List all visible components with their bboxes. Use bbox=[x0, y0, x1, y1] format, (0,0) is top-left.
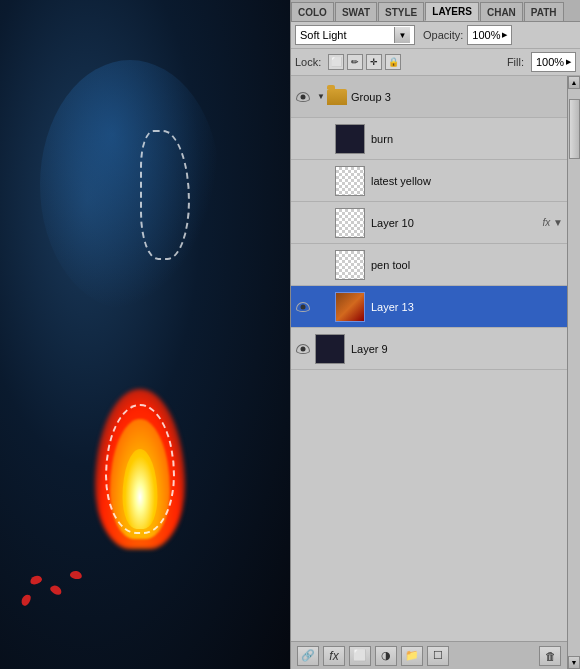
scrollbar-track bbox=[568, 89, 580, 656]
eye-group3[interactable] bbox=[295, 89, 311, 105]
fill-label: Fill: bbox=[507, 56, 524, 68]
layer-layer10[interactable]: Layer 10 fx ▼ bbox=[291, 202, 567, 244]
tab-channels[interactable]: CHAN bbox=[480, 2, 523, 21]
fill-arrow: ▶ bbox=[566, 58, 571, 66]
opacity-arrow: ▶ bbox=[502, 31, 507, 39]
petal-1 bbox=[29, 574, 43, 586]
layer-name-latest-yellow: latest yellow bbox=[371, 175, 563, 187]
folder-icon-group3 bbox=[327, 89, 347, 105]
main-container: COLO SWAT STYLE LAYERS CHAN PATH Soft Li… bbox=[0, 0, 580, 669]
new-layer-btn[interactable]: ☐ bbox=[427, 646, 449, 666]
tab-color[interactable]: COLO bbox=[291, 2, 334, 21]
thumb-layer13 bbox=[335, 292, 365, 322]
blue-glow-effect bbox=[40, 60, 220, 310]
layers-list[interactable]: ▼ Group 3 burn bbox=[291, 76, 567, 641]
petal-3 bbox=[20, 593, 33, 607]
lock-all-btn[interactable]: 🔒 bbox=[385, 54, 401, 70]
layer-name-layer10: Layer 10 bbox=[371, 217, 539, 229]
thumb-pentool-img bbox=[336, 251, 364, 279]
thumb-layer10-img bbox=[336, 209, 364, 237]
thumb-layer10 bbox=[335, 208, 365, 238]
scrollbar-thumb[interactable] bbox=[569, 99, 580, 159]
lock-image-btn[interactable]: ✏ bbox=[347, 54, 363, 70]
tab-styles[interactable]: STYLE bbox=[378, 2, 424, 21]
blend-mode-value: Soft Light bbox=[300, 29, 346, 41]
link-layers-btn[interactable]: 🔗 bbox=[297, 646, 319, 666]
eye-icon-group3 bbox=[296, 92, 310, 102]
blend-mode-row: Soft Light ▼ Opacity: 100% ▶ bbox=[291, 22, 580, 49]
eye-icon-layer9 bbox=[296, 344, 310, 354]
layer-name-layer9: Layer 9 bbox=[351, 343, 563, 355]
eye-icon-layer13 bbox=[296, 302, 310, 312]
expand-group3[interactable]: ▼ bbox=[315, 91, 327, 103]
layers-panel-body: ▼ Group 3 burn bbox=[291, 76, 580, 669]
fire-effect bbox=[80, 369, 200, 549]
lock-label: Lock: bbox=[295, 56, 321, 68]
tab-swatches[interactable]: SWAT bbox=[335, 2, 377, 21]
lock-row: Lock: ⬜ ✏ ✛ 🔒 Fill: 100% ▶ bbox=[291, 49, 580, 76]
opacity-input[interactable]: 100% ▶ bbox=[467, 25, 512, 45]
layers-panel: COLO SWAT STYLE LAYERS CHAN PATH Soft Li… bbox=[290, 0, 580, 669]
blend-mode-arrow[interactable]: ▼ bbox=[394, 27, 410, 43]
layer-pentool[interactable]: pen tool bbox=[291, 244, 567, 286]
layer-name-burn: burn bbox=[371, 133, 563, 145]
delete-layer-btn[interactable]: 🗑 bbox=[539, 646, 561, 666]
tab-layers[interactable]: LAYERS bbox=[425, 2, 479, 21]
selection-marquee-fire bbox=[105, 404, 175, 534]
scroll-down-btn[interactable]: ▼ bbox=[568, 656, 580, 669]
opacity-label: Opacity: bbox=[423, 29, 463, 41]
layer-latest-yellow[interactable]: latest yellow bbox=[291, 160, 567, 202]
thumb-latest-yellow-img bbox=[336, 167, 364, 195]
layers-list-container: ▼ Group 3 burn bbox=[291, 76, 567, 669]
fill-value: 100% bbox=[536, 56, 564, 68]
thumb-burn-img bbox=[336, 125, 364, 153]
panel-tabs: COLO SWAT STYLE LAYERS CHAN PATH bbox=[291, 0, 580, 22]
thumb-layer9-img bbox=[316, 335, 344, 363]
layer-layer13[interactable]: Layer 13 bbox=[291, 286, 567, 328]
layer-burn[interactable]: burn bbox=[291, 118, 567, 160]
new-group-btn[interactable]: 📁 bbox=[401, 646, 423, 666]
lock-transparent-btn[interactable]: ⬜ bbox=[328, 54, 344, 70]
layers-scrollbar: ▲ ▼ bbox=[567, 76, 580, 669]
fill-adjustment-btn[interactable]: ◑ bbox=[375, 646, 397, 666]
fx-btn[interactable]: fx bbox=[323, 646, 345, 666]
fill-input[interactable]: 100% ▶ bbox=[531, 52, 576, 72]
opacity-value: 100% bbox=[472, 29, 500, 41]
layer-name-group3: Group 3 bbox=[351, 91, 563, 103]
lock-position-btn[interactable]: ✛ bbox=[366, 54, 382, 70]
thumb-layer13-img bbox=[336, 293, 364, 321]
petal-2 bbox=[49, 584, 63, 597]
thumb-pentool bbox=[335, 250, 365, 280]
canvas-area bbox=[0, 0, 290, 669]
thumb-latest-yellow bbox=[335, 166, 365, 196]
layers-toolbar: 🔗 fx ⬜ ◑ 📁 ☐ 🗑 bbox=[291, 641, 567, 669]
eye-layer13[interactable] bbox=[295, 299, 311, 315]
layer-name-layer13: Layer 13 bbox=[371, 301, 563, 313]
layer-group3[interactable]: ▼ Group 3 bbox=[291, 76, 567, 118]
petal-4 bbox=[69, 570, 82, 580]
thumb-layer9 bbox=[315, 334, 345, 364]
scroll-up-btn[interactable]: ▲ bbox=[568, 76, 580, 89]
eye-layer9[interactable] bbox=[295, 341, 311, 357]
fx-badge-layer10: fx ▼ bbox=[543, 217, 563, 228]
layer-name-pentool: pen tool bbox=[371, 259, 563, 271]
add-mask-btn[interactable]: ⬜ bbox=[349, 646, 371, 666]
layer-layer9[interactable]: Layer 9 bbox=[291, 328, 567, 370]
tab-paths[interactable]: PATH bbox=[524, 2, 564, 21]
blend-mode-select[interactable]: Soft Light ▼ bbox=[295, 25, 415, 45]
thumb-burn bbox=[335, 124, 365, 154]
canvas-background bbox=[0, 0, 290, 669]
